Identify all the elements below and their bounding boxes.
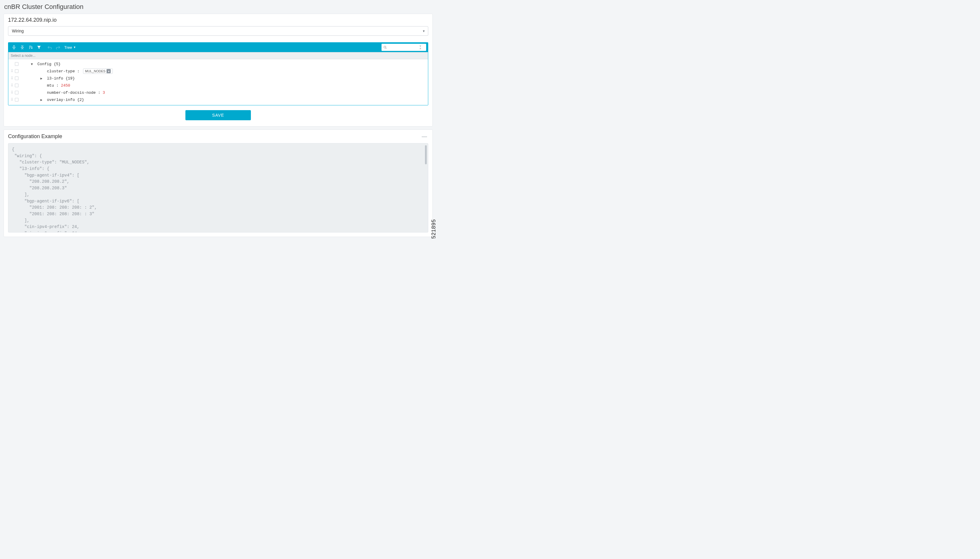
toggle-collapse-icon[interactable]: ▼ [30, 63, 34, 66]
search-icon [383, 46, 387, 49]
drag-handle-icon[interactable]: ⠿ [11, 83, 14, 88]
tree-row[interactable]: ⠿ ▶ l3-info {19} [8, 75, 428, 82]
tree-row[interactable]: ⠿ number-of-docsis-node : 3 [8, 89, 428, 96]
example-title: Configuration Example [8, 133, 62, 140]
search-input[interactable] [388, 45, 418, 50]
tree-row[interactable]: ⠿ cluster-type : MUL_NODES ▾ [8, 68, 428, 75]
view-mode-label: Tree [64, 45, 72, 50]
page-title: cnBR Cluster Configuration [4, 3, 433, 11]
toggle-expand-icon[interactable]: ▶ [39, 76, 43, 80]
filter-icon[interactable] [35, 43, 43, 51]
tree-editor: Tree ▼ ▼ ▲ Select a node... [8, 42, 428, 105]
toggle-expand-icon[interactable]: ▶ [39, 98, 43, 102]
drag-handle-icon[interactable]: ⠿ [11, 76, 14, 81]
example-code-block[interactable]: { "wiring": { "cluster-type": "MUL_NODES… [8, 143, 428, 233]
tree-row[interactable]: ⠿ mtu : 2450 [8, 82, 428, 89]
drag-handle-icon[interactable]: ⠿ [11, 69, 14, 73]
value-pill[interactable]: MUL_NODES ▾ [83, 68, 113, 74]
svg-point-0 [384, 46, 386, 48]
collapse-siblings-icon[interactable] [18, 43, 26, 51]
redo-icon[interactable] [54, 43, 62, 51]
row-checkbox[interactable] [15, 62, 18, 66]
image-id-label: 521895 [431, 219, 436, 239]
config-section-select[interactable] [8, 26, 428, 36]
row-checkbox[interactable] [15, 76, 18, 80]
expand-siblings-icon[interactable] [10, 43, 18, 51]
clear-icon[interactable]: ▾ [107, 69, 111, 73]
row-checkbox[interactable] [15, 69, 18, 73]
view-mode-dropdown[interactable]: Tree ▼ [64, 45, 76, 50]
tree-toolbar: Tree ▼ ▼ ▲ [8, 43, 428, 52]
search-prev-icon[interactable]: ▲ [419, 47, 422, 50]
tree-body: ▼ Config {5} ⠿ cluster-type [8, 59, 428, 105]
chevron-down-icon: ▼ [73, 46, 76, 49]
example-card: Configuration Example — { "wiring": { "c… [3, 129, 433, 237]
row-checkbox[interactable] [15, 98, 18, 101]
sort-icon[interactable] [27, 43, 35, 51]
drag-handle-icon[interactable]: ⠿ [11, 91, 14, 95]
row-checkbox[interactable] [15, 84, 18, 87]
host-card: 172.22.64.209.nip.io ▼ [3, 14, 433, 126]
config-section-select-wrap: ▼ [8, 26, 428, 36]
row-checkbox[interactable] [15, 91, 18, 94]
host-title: 172.22.64.209.nip.io [8, 17, 56, 23]
tree-row[interactable]: ⠿ ▶ overlay-info {2} [8, 96, 428, 103]
tree-row-root[interactable]: ▼ Config {5} [8, 60, 428, 68]
save-button[interactable]: SAVE [185, 110, 251, 120]
breadcrumb[interactable]: Select a node... [8, 52, 428, 59]
undo-icon[interactable] [46, 43, 54, 51]
collapse-panel-icon[interactable]: — [420, 133, 428, 140]
scrollbar-thumb[interactable] [425, 145, 427, 164]
search-box: ▼ ▲ [382, 44, 426, 51]
drag-handle-icon[interactable]: ⠿ [11, 98, 14, 102]
